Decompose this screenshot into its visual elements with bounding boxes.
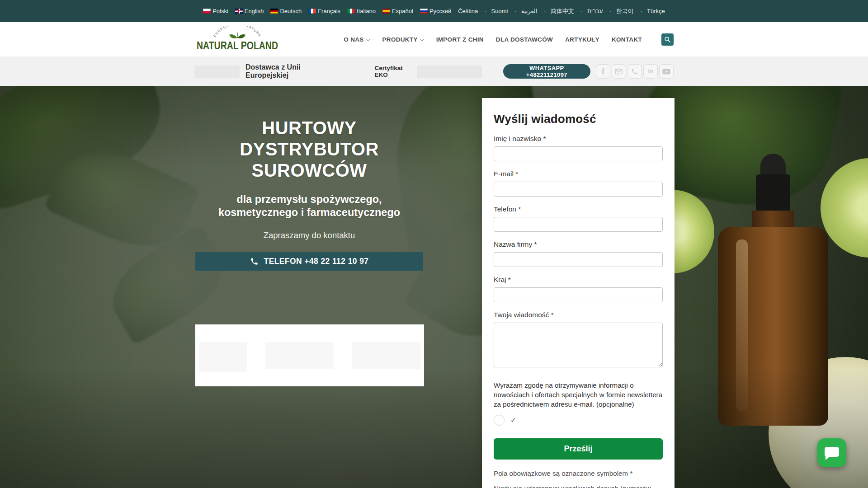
logo-text: NATURAL POLAND	[197, 40, 278, 52]
nav-import-z-chin[interactable]: IMPORT Z CHIN	[436, 36, 484, 43]
chat-button[interactable]	[817, 438, 846, 467]
email-button[interactable]	[612, 64, 626, 79]
email-field[interactable]	[494, 182, 663, 197]
nav-label: ARTYKUŁY	[565, 36, 599, 43]
language-label: Italiano	[357, 8, 376, 14]
nav-produkty[interactable]: PRODUKTY	[382, 36, 424, 43]
hero-section: HURTOWY DYSTRYBUTOR SUROWCÓW dla przemys…	[0, 86, 868, 488]
nav-label: PRODUKTY	[382, 36, 418, 43]
phone-button[interactable]	[627, 64, 642, 79]
language-label: Suomi	[491, 8, 508, 14]
language-bar-items: Polski English Deutsch Français Italiano…	[203, 7, 665, 15]
language-english[interactable]: English	[235, 8, 264, 14]
whatsapp-button[interactable]: WHATSAPP +48221121097	[503, 64, 590, 79]
nav-label: IMPORT Z CHIN	[436, 36, 484, 43]
message-field-label: Twoja wiadomość *	[494, 311, 663, 319]
language-hebrew[interactable]: עברית	[581, 8, 603, 14]
nav-kontakt[interactable]: KONTAKT	[612, 36, 642, 43]
language-label: 简体中文	[551, 7, 574, 15]
language-turkce[interactable]: Türkçe	[641, 8, 665, 14]
partner-logos-box	[195, 324, 424, 386]
telephone-button-label: TELEFON +48 22 112 10 97	[264, 257, 369, 266]
facebook-icon: f	[602, 67, 604, 76]
language-label: Polski	[212, 8, 228, 14]
main-header: ENERGY FROM NATURE NATURAL POLAND O NAS …	[0, 22, 868, 57]
partner-logo-placeholder	[199, 342, 247, 372]
language-label: Deutsch	[280, 8, 302, 14]
linkedin-icon: in	[648, 68, 653, 75]
chevron-down-icon	[366, 37, 370, 41]
language-bar: Polski English Deutsch Français Italiano…	[0, 0, 868, 22]
hero-content: HURTOWY DYSTRYBUTOR SUROWCÓW dla przemys…	[195, 117, 423, 386]
chevron-down-icon	[420, 37, 424, 41]
language-deutsch[interactable]: Deutsch	[270, 8, 302, 14]
russia-flag-icon	[420, 9, 428, 14]
nav-artykuly[interactable]: ARTYKUŁY	[565, 36, 599, 43]
submit-button[interactable]: Prześlij	[494, 438, 663, 460]
language-label: Čeština	[458, 8, 478, 14]
partner-logo-placeholder	[265, 342, 334, 369]
chat-bubble-icon	[825, 447, 839, 457]
eko-certificate-image-placeholder	[417, 66, 481, 78]
hero-subtitle: dla przemysłu spożywczego, kosmetycznego…	[195, 193, 423, 220]
language-label: English	[245, 8, 264, 14]
search-button[interactable]	[661, 33, 674, 46]
language-espanol[interactable]: Español	[382, 8, 413, 14]
nav-label: O NAS	[344, 36, 363, 43]
france-flag-icon	[308, 9, 316, 14]
social-links: f in	[596, 64, 674, 79]
language-label: 한국어	[616, 7, 634, 15]
country-field-label: Kraj *	[494, 276, 663, 284]
nav-dla-dostawcow[interactable]: DLA DOSTAWCÓW	[496, 36, 553, 43]
language-chinese[interactable]: 简体中文	[544, 7, 574, 15]
checkmark-icon: ✓	[510, 416, 516, 424]
uk-flag-icon	[235, 9, 243, 14]
language-label: עברית	[587, 8, 603, 14]
name-field-label: Imię i nazwisko *	[494, 135, 663, 143]
hero-title: HURTOWY DYSTRYBUTOR SUROWCÓW	[195, 117, 423, 182]
main-nav: O NAS PRODUKTY IMPORT Z CHIN DLA DOSTAWC…	[344, 33, 674, 46]
privacy-note: Nigdy nie udostępniaj wrażliwych danych …	[494, 484, 663, 488]
consent-radio[interactable]	[494, 415, 505, 426]
consent-text: Wyrażam zgodę na otrzymywanie informacji…	[494, 381, 663, 409]
youtube-button[interactable]	[659, 64, 674, 79]
nav-label: KONTAKT	[612, 36, 642, 43]
language-korean[interactable]: 한국어	[609, 7, 633, 15]
leaf-icon	[229, 33, 245, 38]
language-arabic[interactable]: العربية	[514, 8, 537, 14]
language-russian[interactable]: Русский	[420, 8, 451, 14]
youtube-icon	[662, 69, 670, 75]
germany-flag-icon	[270, 9, 278, 14]
natural-poland-logo[interactable]: ENERGY FROM NATURE NATURAL POLAND	[194, 26, 280, 54]
eu-supplier-text: Dostawca z Unii Europejskiej	[245, 63, 333, 80]
language-label: Español	[392, 8, 413, 14]
email-icon	[615, 69, 623, 75]
language-francais[interactable]: Français	[308, 8, 340, 14]
poland-flag-icon	[203, 9, 211, 14]
language-italiano[interactable]: Italiano	[347, 8, 376, 14]
eko-certificate-text: Certyfikat EKO	[374, 65, 412, 78]
search-icon	[664, 36, 671, 43]
language-label: Русский	[429, 8, 451, 14]
required-fields-note: Pola obowiązkowe są oznaczone symbolem *	[494, 469, 663, 478]
phone-field[interactable]	[494, 217, 663, 232]
company-field[interactable]	[494, 252, 663, 267]
nav-o-nas[interactable]: O NAS	[344, 36, 370, 43]
language-suomi[interactable]: Suomi	[485, 8, 508, 14]
company-field-label: Nazwa firmy *	[494, 240, 663, 249]
phone-icon	[250, 257, 259, 266]
language-cestina[interactable]: Čeština	[458, 8, 478, 14]
country-field[interactable]	[494, 287, 663, 302]
italy-flag-icon	[347, 9, 355, 14]
partner-logo-placeholder	[352, 342, 420, 369]
eu-flag-image-placeholder	[194, 66, 240, 78]
form-title: Wyślij wiadomość	[494, 112, 663, 126]
message-field[interactable]	[494, 323, 663, 367]
facebook-button[interactable]: f	[596, 64, 610, 79]
name-field[interactable]	[494, 146, 663, 161]
linkedin-button[interactable]: in	[643, 64, 658, 79]
phone-icon	[631, 68, 638, 75]
info-bar: Dostawca z Unii Europejskiej Certyfikat …	[0, 57, 868, 86]
telephone-button[interactable]: TELEFON +48 22 112 10 97	[195, 252, 423, 271]
language-polski[interactable]: Polski	[203, 8, 228, 14]
